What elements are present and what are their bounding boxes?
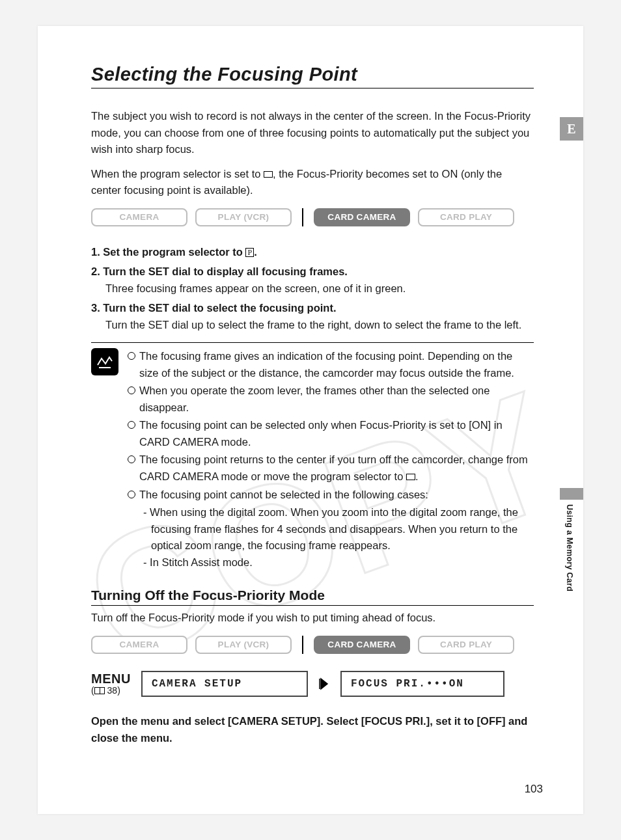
mode-separator: [302, 636, 303, 654]
menu-page-ref: ( 38): [91, 685, 131, 696]
intro-paragraph-2: When the program selector is set to , th…: [91, 166, 534, 199]
program-p-icon: P: [245, 248, 254, 257]
step-1-before: 1. Set the program selector to: [91, 246, 245, 258]
mode-selector-row: CAMERA PLAY (VCR) CARD CAMERA CARD PLAY: [91, 208, 547, 226]
note-list: The focusing frame gives an indication o…: [128, 348, 534, 571]
step-3-detail: Turn the SET dial up to select the frame…: [105, 317, 534, 334]
mode-play-vcr: PLAY (VCR): [195, 636, 292, 654]
page-title: Selecting the Focusing Point: [91, 64, 534, 88]
mode-card-play: CARD PLAY: [418, 636, 514, 654]
instruction-steps: 1. Set the program selector to P. 2. Tur…: [91, 243, 534, 333]
menu-box-camera-setup: CAMERA SETUP: [141, 671, 308, 697]
intro-paragraph-1: The subject you wish to record is not al…: [91, 108, 534, 158]
mode-card-camera: CARD CAMERA: [314, 636, 410, 654]
note-4-before: The focusing point returns to the center…: [139, 454, 528, 482]
bullet-icon: [128, 455, 135, 463]
note-3: The focusing point can be selected only …: [139, 417, 534, 450]
language-tab: E: [560, 117, 583, 141]
menu-box-focus-pri: FOCUS PRI.•••ON: [340, 671, 504, 697]
mode-camera: CAMERA: [91, 636, 187, 654]
menu-path-row: MENU ( 38) CAMERA SETUP FOCUS PRI.•••ON: [91, 671, 547, 697]
book-icon: [94, 687, 105, 694]
closing-instruction: Open the menu and select [CAMERA SETUP].…: [91, 712, 534, 747]
bullet-icon: [128, 386, 135, 394]
intro-p2-before: When the program selector is set to: [91, 168, 264, 180]
section-side-label: Using a Memory Card: [565, 504, 574, 591]
step-1-heading: 1. Set the program selector to P.: [91, 243, 534, 260]
bullet-icon: [128, 421, 135, 429]
subsection-desc: Turn off the Focus-Priority mode if you …: [91, 610, 534, 627]
step-2-detail: Three focusing frames appear on the scre…: [105, 280, 534, 297]
note-4-after: .: [415, 470, 419, 482]
mode-play-vcr: PLAY (VCR): [195, 208, 292, 226]
subsection-heading: Turning Off the Focus-Priority Mode: [91, 588, 534, 606]
note-5: The focusing point cannot be selected in…: [139, 487, 428, 504]
note-5-sub2: - In Stitch Assist mode.: [143, 554, 534, 571]
auto-mode-icon: [264, 171, 273, 178]
page-number: 103: [525, 783, 543, 796]
bullet-icon: [128, 352, 135, 360]
menu-ref-number: 38: [107, 685, 118, 696]
step-1-after: .: [254, 246, 257, 258]
note-4: The focusing point returns to the center…: [139, 452, 534, 485]
note-2: When you operate the zoom lever, the fra…: [139, 383, 534, 416]
menu-label: MENU: [91, 672, 131, 685]
step-3-heading: 3. Turn the SET dial to select the focus…: [91, 299, 534, 316]
note-5-sub1: - When using the digital zoom. When you …: [143, 504, 534, 554]
step-2-heading: 2. Turn the SET dial to display all focu…: [91, 263, 534, 280]
menu-label-block: MENU ( 38): [91, 672, 131, 696]
mode-selector-row-2: CAMERA PLAY (VCR) CARD CAMERA CARD PLAY: [91, 636, 547, 654]
note-icon: [91, 348, 118, 375]
mode-separator: [302, 208, 303, 226]
mode-card-play: CARD PLAY: [418, 208, 514, 226]
note-block: The focusing frame gives an indication o…: [91, 342, 534, 571]
mode-card-camera: CARD CAMERA: [314, 208, 410, 226]
auto-mode-icon: [406, 474, 415, 480]
mode-camera: CAMERA: [91, 208, 187, 226]
bullet-icon: [128, 491, 135, 498]
note-1: The focusing frame gives an indication o…: [139, 348, 534, 381]
arrow-right-icon: [318, 677, 330, 690]
section-marker: [560, 488, 583, 500]
